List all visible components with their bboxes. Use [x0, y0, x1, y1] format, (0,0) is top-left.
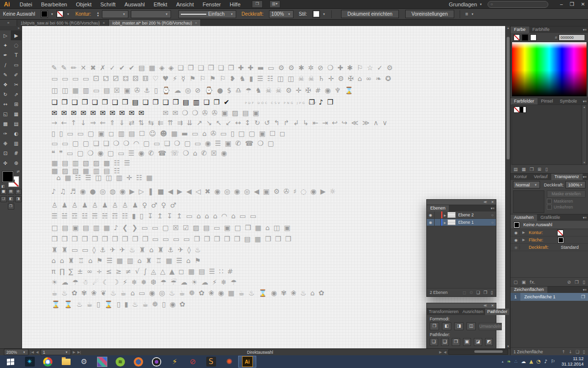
panel-menu-icon[interactable]: ▾≡: [490, 205, 494, 211]
menu-item[interactable]: Auswahl: [120, 1, 149, 7]
panel-button-icon[interactable]: ◻: [463, 290, 466, 295]
zoom-level-field[interactable]: 200% ▾: [4, 349, 28, 355]
stroke-color-swatch[interactable]: [56, 10, 64, 18]
lasso-tool[interactable]: ◌: [11, 40, 22, 50]
selection-tool[interactable]: ▶: [11, 30, 22, 40]
expander-icon[interactable]: ▶: [442, 211, 447, 218]
chevron-down-icon[interactable]: ▾: [322, 12, 326, 16]
eye-icon[interactable]: ◉: [513, 231, 520, 235]
pathfinder-button[interactable]: ◪: [474, 338, 482, 346]
taskbar-clock[interactable]: 11:12 31.12.2014: [559, 356, 584, 367]
shape-mode-button[interactable]: ◨: [454, 322, 464, 330]
menu-item[interactable]: Hilfe: [225, 1, 245, 7]
eye-icon[interactable]: ◉: [427, 219, 435, 226]
panel-tab[interactable]: Transformieren: [427, 309, 461, 315]
pathfinder-button[interactable]: ◩: [485, 338, 493, 346]
canvas-icon-row[interactable]: ✎✎✏✕✖✗✓✔✔▤▦◈◈❏❐❑❒❏❐✚✚▬▭⚙⚙✱✲⊘❍✚✱⚐☆✓⚙: [51, 64, 396, 71]
panel-tab[interactable]: Pathfinder: [485, 309, 509, 315]
panel-button-icon[interactable]: ⊙: [469, 290, 473, 295]
layer-row[interactable]: ◉▶Ebene 1○: [427, 219, 496, 226]
canvas-icon-row[interactable]: ▦▤▥▧▨▩☷☰: [51, 159, 134, 166]
panel-button-icon[interactable]: ▯: [545, 167, 548, 172]
document-tab[interactable]: iobit_master.ai* bei 200 % (RGB/Vorschau…: [109, 20, 201, 26]
workspace-switcher[interactable]: Grundlagen ▾: [449, 1, 483, 7]
plexus-app[interactable]: ✴: [21, 356, 39, 368]
chevron-down-icon[interactable]: ▾: [66, 12, 70, 16]
shape-mode-button[interactable]: ❐: [430, 322, 439, 330]
canvas[interactable]: ✎✎✏✕✖✗✓✔✔▤▦◈◈❏❐❑❒❏❐✚✚▬▭⚙⚙✱✲⊘❍✚✱⚐☆✓⚙▭▭▭▭⚀…: [22, 26, 505, 348]
arrange-documents-icon[interactable]: ❒: [252, 0, 263, 8]
style-swatch[interactable]: [313, 10, 320, 18]
eye-icon[interactable]: ◉: [427, 211, 435, 218]
close-icon[interactable]: ✕: [491, 304, 494, 308]
canvas-icon-row[interactable]: ❝❞▭▢❍◉▢▭☰◉✆☎☏❍⌂✆☒◉: [51, 150, 231, 157]
panel-button-icon[interactable]: ❏: [576, 349, 580, 354]
appearance-stroke-row[interactable]: ◉ ▶ Kontur:: [511, 229, 588, 237]
panel-tab[interactable]: Ebenen: [427, 205, 449, 211]
expand-button[interactable]: Umwandeln: [479, 323, 502, 330]
clip-checkbox[interactable]: Maskieren: [547, 199, 586, 204]
panel-button-icon[interactable]: ▯: [583, 349, 585, 354]
gradient-tool[interactable]: ▤: [11, 119, 22, 129]
start-button[interactable]: [0, 355, 21, 368]
opacity-dropdown[interactable]: 100% ▾: [269, 10, 294, 18]
menu-item[interactable]: Fenster: [198, 1, 225, 7]
opacity-link[interactable]: Deckkraft:: [239, 11, 267, 17]
none-swatch[interactable]: [557, 230, 564, 236]
canvas-icon-row[interactable]: PDF DOC CSV PNG JPG GIF: [245, 102, 318, 105]
swatches-scrollbar[interactable]: ▲ ▼: [582, 105, 587, 164]
white-swatch[interactable]: [530, 34, 537, 41]
column-graph-tool[interactable]: ▥: [11, 138, 22, 148]
pathfinder-button[interactable]: ❏: [430, 338, 438, 346]
panel-menu-icon[interactable]: ▾≡: [583, 98, 587, 105]
opacity-select[interactable]: 100% ▾: [565, 181, 586, 188]
canvas-icon-row[interactable]: ❒❒❒❒❒❒❒❒❒❒▭▭▭▭❒❒❒❒❒▤▦❒❒❒: [51, 236, 295, 242]
vertical-scrollbar[interactable]: ▲ ▼: [505, 26, 510, 348]
direct-selection-tool[interactable]: ▷: [0, 30, 11, 40]
color-mode-button[interactable]: ▤: [8, 189, 14, 195]
panel-tab[interactable]: Ausrichten: [461, 309, 486, 315]
collapse-icon[interactable]: ≪: [484, 200, 487, 204]
expander-icon[interactable]: ▶: [522, 238, 526, 242]
canvas-icon-row[interactable]: □▤▣▤▥▦♪❮❯▭▭▢☒☑▨▤▭▣□❒▦⌂◫▣: [51, 224, 294, 231]
canvas-icon-row[interactable]: ✉✉✉✉✉✉✉✉✉✉: [51, 109, 148, 116]
paintbrush-tool[interactable]: ✐: [11, 70, 22, 79]
menu-item[interactable]: Bearbeiten: [37, 1, 72, 7]
stroke-profile-dropdown[interactable]: ▾: [131, 10, 171, 18]
panel-tab[interactable]: Aussehen: [511, 214, 537, 221]
menu-item[interactable]: Effekt: [149, 1, 172, 7]
panel-button-icon[interactable]: ▢: [514, 280, 518, 285]
stroke-weight-link[interactable]: Kontur:: [73, 11, 94, 17]
panel-button-icon[interactable]: ▤: [514, 167, 518, 172]
close-button[interactable]: ✕: [581, 1, 585, 7]
panel-tab[interactable]: Verlauf: [531, 174, 551, 180]
fill-link[interactable]: Fläche:: [529, 237, 543, 242]
restore-button[interactable]: ❐: [570, 1, 574, 7]
panel-button-icon[interactable]: fx.: [530, 280, 535, 285]
panel-button-icon[interactable]: ↑: [562, 349, 565, 354]
lock-cell[interactable]: [435, 211, 441, 218]
color-mode-button[interactable]: ■: [0, 189, 7, 195]
canvas-icon-row[interactable]: ☰☱☲☳☴☵☶☷▮▯↧↥↧↥▭⌂⌂⌂◠⌂▭▭: [51, 212, 260, 219]
prev-page-icon[interactable]: ◀: [36, 350, 38, 354]
close-icon[interactable]: ×: [195, 21, 197, 25]
scrollbar-thumb[interactable]: [507, 37, 510, 159]
draw-mode-button[interactable]: ◧: [8, 196, 14, 202]
panel-button-icon[interactable]: ⊘: [567, 280, 571, 285]
canvas-icon-row[interactable]: →←↑↓⇒⇐⇑⇓⇄⇅⇆⇇⇈⇉⇊↗↘↖↙↔↕↻↺↰↱↲↳⇤⇥↩↪≪≫∧∨: [51, 119, 391, 126]
firefox[interactable]: [129, 356, 147, 368]
preferences-button[interactable]: Voreinstellungen: [405, 10, 454, 18]
panel-button-icon[interactable]: ↓: [569, 349, 572, 354]
app-logo[interactable]: Ai: [0, 1, 15, 8]
document-tab[interactable]: 1bitpvis_saw.ai bei 600 % (RGB/Vorschau)…: [17, 20, 109, 26]
draw-mode-button[interactable]: ◨: [15, 196, 22, 202]
canvas-icon-row[interactable]: ♪♫♬◉●◎◍◉▶▷❚■◀▶◀◁✖◉◎◉◎◀▣⚙✇♯◌◉▶☼: [51, 188, 340, 195]
close-icon[interactable]: ×: [103, 21, 105, 25]
tray-plant-icon[interactable]: ❧: [507, 359, 511, 364]
scroll-left-icon[interactable]: ◀: [444, 350, 446, 354]
panel-tab[interactable]: Grafikstile: [537, 214, 564, 221]
panel-tab[interactable]: Pinsel: [538, 98, 557, 105]
make-mask-button[interactable]: Maske erstellen: [547, 190, 586, 198]
brush-definition-dropdown[interactable]: Einfach ▾: [178, 10, 236, 18]
invert-checkbox[interactable]: Umkehren: [547, 205, 586, 210]
